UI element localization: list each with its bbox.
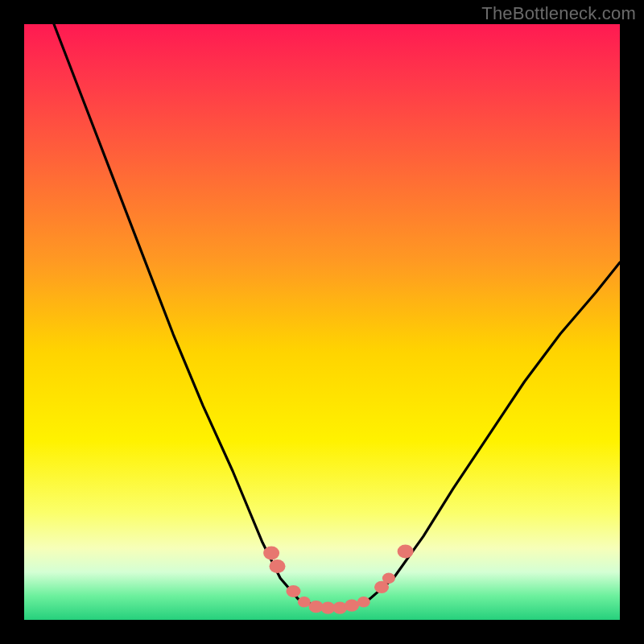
curve-marker [382,572,395,584]
curve-marker [357,597,370,608]
curve-marker [398,544,414,558]
curve-marker [270,559,286,573]
curve-marker [287,585,301,597]
curve-marker [263,547,279,560]
outer-frame: TheBottleneck.com [0,0,644,644]
bottleneck-curve [24,24,620,620]
curve-marker [345,600,359,612]
curve-path [54,24,620,608]
curve-marker [298,597,311,608]
watermark-text: TheBottleneck.com [481,3,636,24]
